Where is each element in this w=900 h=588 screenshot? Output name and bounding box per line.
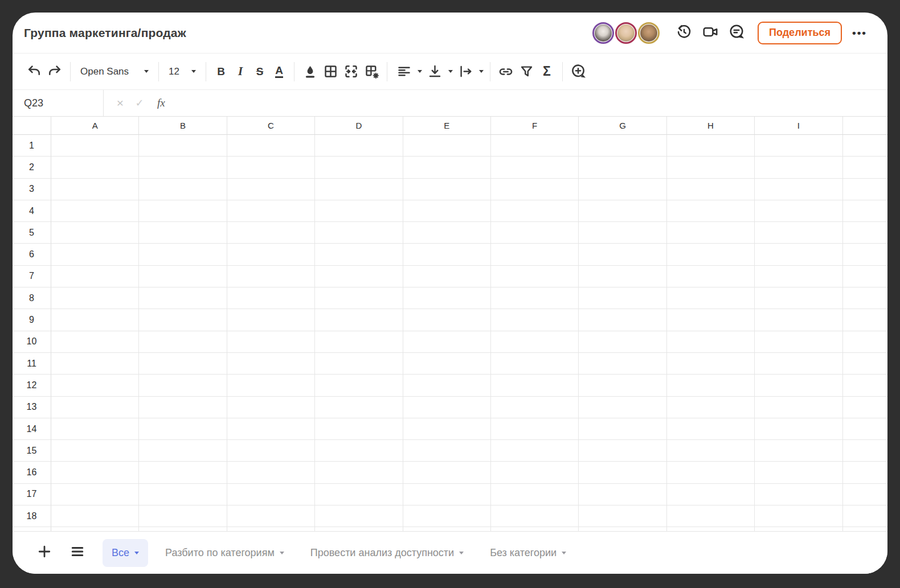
grid-cell[interactable] [51, 484, 139, 505]
grid-cell[interactable] [139, 309, 227, 331]
column-header[interactable]: E [403, 117, 491, 135]
column-header[interactable] [843, 117, 887, 135]
row-header[interactable]: 12 [13, 375, 51, 396]
grid-cell[interactable] [491, 135, 579, 157]
grid-cell[interactable] [315, 353, 403, 375]
grid-cell[interactable] [51, 309, 139, 331]
grid-cell[interactable] [227, 287, 315, 309]
grid-cell[interactable] [667, 397, 755, 418]
avatar[interactable] [638, 22, 660, 44]
grid-cell[interactable] [667, 331, 755, 353]
grid-cell[interactable] [315, 462, 403, 483]
grid-cell[interactable] [755, 244, 842, 265]
grid-cell[interactable] [51, 244, 139, 265]
grid-cell[interactable] [755, 157, 842, 178]
grid-cell[interactable] [755, 135, 842, 157]
insert-link-button[interactable] [496, 61, 516, 82]
grid-cell[interactable] [579, 505, 666, 527]
grid-cell[interactable] [491, 397, 579, 418]
row-header[interactable]: 7 [13, 266, 51, 287]
grid-cell[interactable] [755, 222, 842, 244]
grid-cell[interactable] [491, 331, 579, 353]
grid-cell[interactable] [491, 440, 579, 462]
grid-cell[interactable] [315, 157, 403, 178]
grid-cell[interactable] [667, 309, 755, 331]
grid-cell[interactable] [755, 331, 842, 353]
row-header[interactable]: 8 [13, 287, 51, 309]
grid-cell[interactable] [139, 440, 227, 462]
merge-cells-button[interactable] [341, 61, 361, 82]
grid-cell[interactable] [315, 331, 403, 353]
grid-cell[interactable] [51, 331, 139, 353]
grid-cell[interactable] [139, 375, 227, 396]
chat-button[interactable] [723, 22, 750, 44]
grid-cell[interactable] [315, 244, 403, 265]
grid-cell[interactable] [579, 135, 666, 157]
grid-cell[interactable] [403, 244, 491, 265]
grid-cell[interactable] [491, 157, 579, 178]
grid-cell[interactable] [403, 397, 491, 418]
grid-cell[interactable] [139, 331, 227, 353]
filter-button[interactable] [516, 61, 537, 82]
grid-cell[interactable] [755, 418, 842, 440]
grid-cell[interactable] [843, 157, 887, 178]
grid-cell[interactable] [227, 244, 315, 265]
grid-cell[interactable] [755, 287, 842, 309]
grid-cell[interactable] [667, 418, 755, 440]
sheet-tab-uncategorized[interactable]: Без категории [481, 539, 575, 567]
grid-cell[interactable] [491, 527, 579, 531]
grid-cell[interactable] [315, 397, 403, 418]
grid-cell[interactable] [491, 375, 579, 396]
grid-cell[interactable] [755, 462, 842, 483]
grid-cell[interactable] [579, 462, 666, 483]
grid-cell[interactable] [667, 353, 755, 375]
column-header[interactable]: A [51, 117, 139, 135]
row-header[interactable] [13, 527, 51, 531]
grid-cell[interactable] [843, 200, 887, 222]
grid-cell[interactable] [315, 287, 403, 309]
redo-button[interactable] [44, 61, 65, 82]
grid-cell[interactable] [843, 462, 887, 483]
grid-cell[interactable] [843, 331, 887, 353]
grid-cell[interactable] [667, 157, 755, 178]
grid-cell[interactable] [227, 527, 315, 531]
text-overflow-selector[interactable] [455, 61, 484, 82]
grid-cell[interactable] [491, 222, 579, 244]
grid-cell[interactable] [315, 179, 403, 200]
grid-cell[interactable] [227, 222, 315, 244]
grid-cell[interactable] [579, 527, 666, 531]
row-header[interactable]: 2 [13, 157, 51, 178]
version-history-button[interactable] [671, 22, 697, 44]
grid-cell[interactable] [491, 505, 579, 527]
video-call-button[interactable] [697, 22, 723, 44]
grid-cell[interactable] [51, 397, 139, 418]
grid-cell[interactable] [579, 222, 666, 244]
grid-cell[interactable] [227, 200, 315, 222]
grid-cell[interactable] [315, 375, 403, 396]
sheet-tab-by-category[interactable]: Разбито по категориям [156, 539, 293, 567]
column-header[interactable]: D [315, 117, 403, 135]
grid-cell[interactable] [667, 287, 755, 309]
grid-cell[interactable] [667, 266, 755, 287]
grid-cell[interactable] [403, 375, 491, 396]
row-header[interactable]: 15 [13, 440, 51, 462]
grid-cell[interactable] [139, 179, 227, 200]
row-header[interactable]: 6 [13, 244, 51, 265]
grid-cell[interactable] [579, 375, 666, 396]
row-header[interactable]: 14 [13, 418, 51, 440]
grid-cell[interactable] [491, 462, 579, 483]
grid-cell[interactable] [667, 179, 755, 200]
grid-cell[interactable] [227, 375, 315, 396]
avatar[interactable] [592, 22, 614, 44]
grid-cell[interactable] [755, 397, 842, 418]
grid-cell[interactable] [755, 527, 842, 531]
grid-cell[interactable] [843, 440, 887, 462]
font-size-selector[interactable]: 12 [164, 61, 201, 82]
grid-cell[interactable] [403, 331, 491, 353]
grid-cell[interactable] [667, 462, 755, 483]
grid-cell[interactable] [667, 375, 755, 396]
grid-cell[interactable] [755, 484, 842, 505]
grid-cell[interactable] [403, 200, 491, 222]
grid-cell[interactable] [667, 222, 755, 244]
row-header[interactable]: 13 [13, 397, 51, 418]
